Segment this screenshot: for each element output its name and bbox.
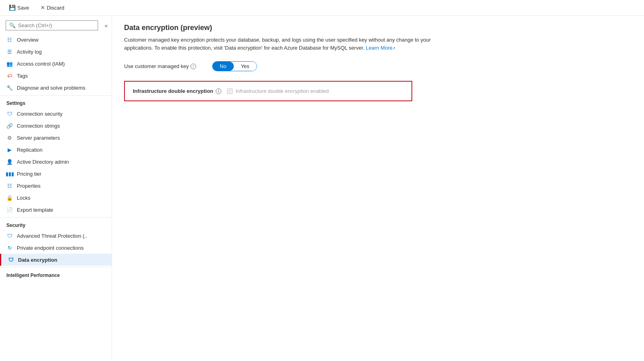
- sidebar-item-label: Active Directory admin: [17, 159, 69, 165]
- sidebar-item-properties[interactable]: ☷ Properties: [0, 180, 112, 192]
- customer-key-toggle[interactable]: No Yes: [212, 61, 257, 71]
- sidebar-item-pricing-tier[interactable]: ▮▮▮ Pricing tier: [0, 168, 112, 180]
- discard-button[interactable]: ✕ Discard: [36, 2, 68, 13]
- sidebar-item-overview[interactable]: ☷ Overview: [0, 34, 112, 46]
- double-encryption-checkbox-area: ✓ Infrastructure double encryption enabl…: [227, 88, 329, 94]
- sidebar-item-label: Server parameters: [17, 135, 60, 141]
- customer-key-field-row: Use customer managed key i No Yes: [124, 61, 632, 71]
- shield-lock-icon: 🛡: [8, 257, 14, 263]
- sidebar-item-label: Activity log: [17, 49, 42, 55]
- threat-icon: 🛡: [6, 233, 13, 239]
- double-encryption-checkbox-label: Infrastructure double encryption enabled: [236, 88, 329, 94]
- sidebar-item-connection-strings[interactable]: 🔗 Connection strings: [0, 120, 112, 132]
- save-button[interactable]: 💾 Save: [5, 2, 33, 13]
- intelligent-perf-section-header: Intelligent Performance: [0, 267, 112, 280]
- content-area: Data encryption (preview) Customer manag…: [112, 16, 644, 361]
- sidebar-item-label: Advanced Threat Protection (..: [17, 233, 87, 239]
- sidebar-item-replication[interactable]: ▶ Replication: [0, 144, 112, 156]
- sidebar-item-label: Locks: [17, 195, 30, 201]
- sidebar-item-access-control[interactable]: 👥 Access control (IAM): [0, 58, 112, 70]
- double-encryption-info-icon[interactable]: i: [216, 88, 221, 94]
- customer-key-label-text: Use customer managed key: [124, 63, 189, 69]
- link-icon: 🔗: [6, 122, 13, 129]
- sidebar-item-label: Access control (IAM): [17, 61, 65, 67]
- discard-label: Discard: [47, 5, 64, 11]
- sidebar-item-connection-security[interactable]: 🛡 Connection security: [0, 108, 112, 120]
- sidebar-item-private-endpoint[interactable]: ↻ Private endpoint connections: [0, 242, 112, 254]
- sidebar-item-server-parameters[interactable]: ⚙ Server parameters: [0, 132, 112, 144]
- grid-icon: ☷: [6, 36, 13, 43]
- sidebar-item-tags[interactable]: 🏷 Tags: [0, 70, 112, 82]
- sidebar-item-diagnose[interactable]: 🔧 Diagnose and solve problems: [0, 82, 112, 94]
- sidebar-item-label: Properties: [17, 183, 40, 189]
- sidebar-item-advanced-threat[interactable]: 🛡 Advanced Threat Protection (..: [0, 230, 112, 242]
- learn-more-link[interactable]: Learn More: [366, 45, 392, 51]
- collapse-button[interactable]: «: [102, 21, 110, 30]
- sidebar-item-label: Overview: [17, 37, 38, 43]
- tag-icon: 🏷: [6, 72, 13, 79]
- external-icon: ↗: [392, 46, 395, 50]
- sidebar-item-label: Connection security: [17, 111, 62, 117]
- double-encryption-label-text: Infrastructure double encryption: [133, 88, 213, 94]
- double-encryption-box: Infrastructure double encryption i ✓ Inf…: [124, 81, 412, 101]
- toggle-no-button[interactable]: No: [213, 62, 234, 71]
- sidebar-item-label: Connection strings: [17, 123, 60, 129]
- search-input[interactable]: [18, 22, 94, 28]
- discard-icon: ✕: [40, 4, 45, 11]
- search-box[interactable]: 🔍: [6, 20, 98, 30]
- toggle-yes-button[interactable]: Yes: [234, 62, 257, 71]
- save-label: Save: [17, 5, 29, 11]
- endpoint-icon: ↻: [6, 245, 13, 251]
- pricing-icon: ▮▮▮: [6, 170, 13, 177]
- double-encryption-label: Infrastructure double encryption i: [133, 88, 221, 94]
- lock-icon: 🔒: [6, 195, 13, 201]
- sidebar-item-data-encryption[interactable]: 🛡 Data encryption: [0, 254, 112, 266]
- checkbox-check-icon: ✓: [228, 88, 231, 94]
- people-icon: 👥: [6, 60, 13, 67]
- customer-key-label: Use customer managed key i: [124, 63, 204, 69]
- save-icon: 💾: [9, 4, 16, 11]
- wrench-icon: 🔧: [6, 84, 13, 91]
- top-bar: 💾 Save ✕ Discard: [0, 0, 644, 16]
- search-icon: 🔍: [9, 22, 16, 28]
- sidebar-item-locks[interactable]: 🔒 Locks: [0, 192, 112, 204]
- properties-icon: ☷: [6, 183, 13, 189]
- sidebar-item-activity-log[interactable]: ☰ Activity log: [0, 46, 112, 58]
- sidebar-item-label: Replication: [17, 147, 42, 153]
- description: Customer managed key encryption protects…: [124, 36, 460, 52]
- list-icon: ☰: [6, 48, 13, 55]
- sidebar-item-export-template[interactable]: 📄 Export template: [0, 204, 112, 216]
- sidebar-item-label: Diagnose and solve problems: [17, 85, 85, 91]
- ad-icon: 👤: [6, 158, 13, 165]
- sidebar-item-label: Export template: [17, 207, 53, 213]
- page-title: Data encryption (preview): [124, 24, 632, 32]
- security-section-header: Security: [0, 217, 112, 230]
- double-encryption-checkbox: ✓: [227, 88, 233, 94]
- sidebar-item-label: Private endpoint connections: [17, 245, 84, 251]
- sidebar-item-active-directory[interactable]: 👤 Active Directory admin: [0, 156, 112, 168]
- shield-icon: 🛡: [6, 110, 13, 117]
- sidebar: 🔍 « ☷ Overview ☰ Activity log 👥 Access c…: [0, 16, 112, 361]
- sidebar-item-label: Data encryption: [18, 257, 57, 263]
- sidebar-item-label: Tags: [17, 73, 28, 79]
- replication-icon: ▶: [6, 146, 13, 153]
- export-icon: 📄: [6, 207, 13, 213]
- customer-key-info-icon[interactable]: i: [191, 64, 196, 69]
- main-layout: 🔍 « ☷ Overview ☰ Activity log 👥 Access c…: [0, 16, 644, 361]
- sidebar-item-label: Pricing tier: [17, 171, 41, 177]
- gear-icon: ⚙: [6, 134, 13, 141]
- settings-section-header: Settings: [0, 95, 112, 108]
